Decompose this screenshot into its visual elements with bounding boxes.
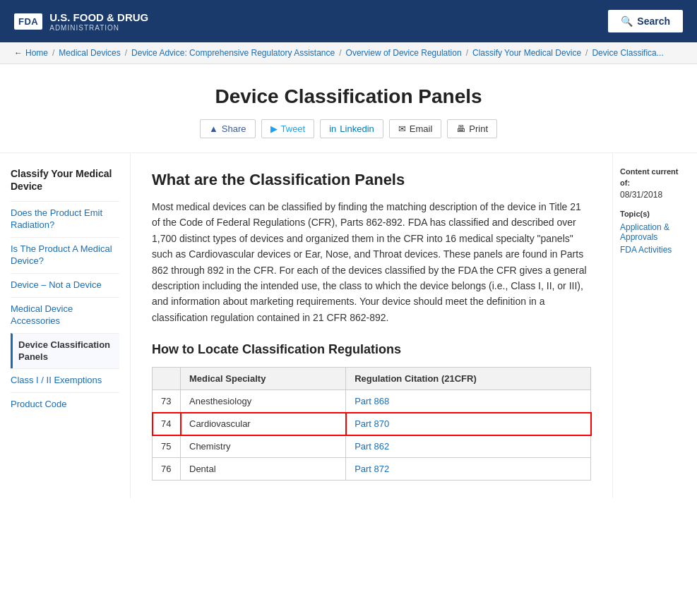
table-cell-citation: Part 862 (346, 435, 591, 458)
content-of-label: of: (620, 179, 690, 187)
breadcrumb-device-advice[interactable]: Device Advice: Comprehensive Regulatory … (131, 48, 335, 58)
breadcrumb-classify[interactable]: Classify Your Medical Device (472, 48, 581, 58)
email-icon: ✉ (398, 123, 406, 134)
table-cell-specialty: Chemistry (181, 435, 346, 458)
agency-sub: ADMINISTRATION (49, 24, 148, 32)
main-content: What are the Classification Panels Most … (131, 153, 612, 498)
twitter-icon: ▶ (270, 123, 278, 134)
citation-link[interactable]: Part 868 (355, 396, 389, 406)
table-cell-specialty: Anesthesiology (181, 390, 346, 413)
table-cell-citation: Part 870 (346, 413, 591, 435)
table-col-num-header (153, 368, 181, 390)
breadcrumb: ← Home / Medical Devices / Device Advice… (0, 42, 697, 64)
table-cell-specialty: Cardiovascular (181, 413, 346, 435)
table-cell-num: 74 (153, 413, 181, 435)
search-button[interactable]: 🔍 Search (608, 10, 683, 32)
section1-heading: What are the Classification Panels (152, 171, 591, 189)
facebook-icon: ▲ (209, 123, 218, 134)
breadcrumb-medical-devices[interactable]: Medical Devices (59, 48, 120, 58)
content-current-label: Content current (620, 167, 690, 176)
right-panel: Content current of: 08/31/2018 Topic(s) … (612, 153, 697, 498)
site-header: FDA U.S. FOOD & DRUG ADMINISTRATION 🔍 Se… (0, 0, 697, 42)
fda-logo: FDA (14, 13, 42, 30)
breadcrumb-device-classifica[interactable]: Device Classifica... (592, 48, 663, 58)
print-icon: 🖶 (456, 123, 465, 134)
sidebar-title: Classify Your Medical Device (11, 167, 119, 193)
share-linkedin-button[interactable]: in Linkedin (320, 119, 383, 138)
citation-link[interactable]: Part 870 (355, 418, 389, 429)
table-cell-citation: Part 868 (346, 390, 591, 413)
table-cell-num: 76 (153, 458, 181, 481)
sidebar-item-classification-panels[interactable]: Device Classification Panels (11, 333, 119, 369)
share-bar: ▲ Share ▶ Tweet in Linkedin ✉ Email 🖶 Pr… (14, 119, 683, 138)
sidebar-item-device-not-device[interactable]: Device – Not a Device (11, 273, 119, 297)
table-row: 74CardiovascularPart 870 (153, 413, 591, 435)
table-row: 76DentalPart 872 (153, 458, 591, 481)
sidebar-item-medical-device[interactable]: Is The Product A Medical Device? (11, 237, 119, 273)
table-row: 73AnesthesiologyPart 868 (153, 390, 591, 413)
table-row: 75ChemistryPart 862 (153, 435, 591, 458)
table-cell-num: 75 (153, 435, 181, 458)
section1-body: Most medical devices can be classified b… (152, 199, 591, 325)
topics-label: Topic(s) (620, 210, 690, 218)
table-col-specialty-header: Medical Specialty (181, 368, 346, 390)
sidebar: Classify Your Medical Device Does the Pr… (0, 153, 131, 498)
main-layout: Classify Your Medical Device Does the Pr… (0, 153, 697, 498)
sidebar-item-accessories[interactable]: Medical Device Accessories (11, 297, 119, 333)
section2-heading: How to Locate Classification Regulations (152, 342, 591, 357)
table-cell-specialty: Dental (181, 458, 346, 481)
classification-table: Medical Specialty Regulation Citation (2… (152, 367, 591, 481)
share-email-button[interactable]: ✉ Email (389, 119, 442, 138)
agency-name: U.S. FOOD & DRUG (49, 11, 148, 24)
page-title-area: Device Classification Panels ▲ Share ▶ T… (0, 64, 697, 153)
linkedin-icon: in (329, 123, 336, 134)
table-col-citation-header: Regulation Citation (21CFR) (346, 368, 591, 390)
topic-link-approvals[interactable]: Application & Approvals (620, 222, 690, 242)
print-button[interactable]: 🖶 Print (447, 119, 497, 138)
share-twitter-button[interactable]: ▶ Tweet (261, 119, 315, 138)
breadcrumb-home[interactable]: Home (25, 48, 48, 58)
sidebar-item-product-code[interactable]: Product Code (11, 392, 119, 416)
citation-link[interactable]: Part 872 (355, 464, 389, 474)
share-facebook-button[interactable]: ▲ Share (200, 119, 256, 138)
topic-link-fda-activities[interactable]: FDA Activities (620, 245, 690, 255)
breadcrumb-arrow: ← (14, 48, 23, 58)
search-icon: 🔍 (621, 16, 633, 27)
sidebar-item-exemptions[interactable]: Class I / II Exemptions (11, 368, 119, 392)
page-title: Device Classification Panels (14, 85, 683, 108)
table-cell-num: 73 (153, 390, 181, 413)
table-cell-citation: Part 872 (346, 458, 591, 481)
breadcrumb-overview[interactable]: Overview of Device Regulation (346, 48, 462, 58)
sidebar-item-radiation[interactable]: Does the Product Emit Radiation? (11, 201, 119, 237)
citation-link[interactable]: Part 862 (355, 441, 389, 452)
content-date: 08/31/2018 (620, 190, 690, 200)
logo-area: FDA U.S. FOOD & DRUG ADMINISTRATION (14, 11, 148, 32)
